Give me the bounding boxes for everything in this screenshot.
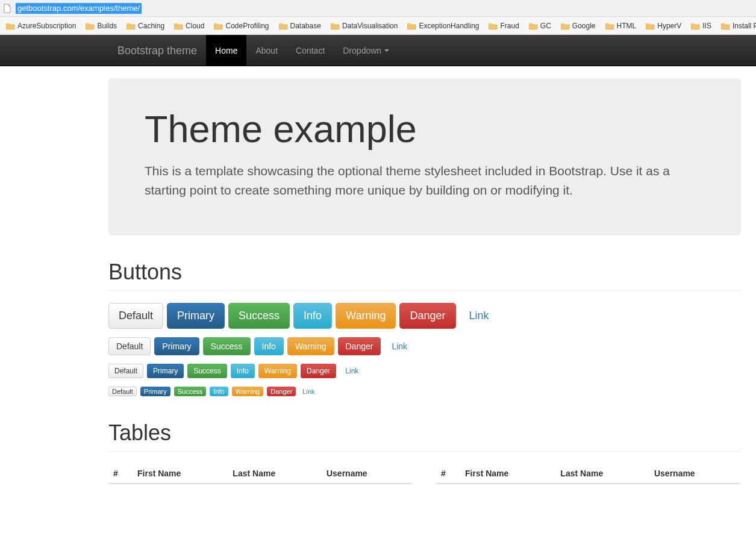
tables-heading: Tables — [108, 420, 741, 446]
bookmark-caching[interactable]: Caching — [123, 20, 168, 32]
bookmark-database[interactable]: Database — [275, 20, 325, 32]
bookmark-label: ExceptionHandling — [419, 22, 479, 30]
link-button-md[interactable]: Link — [384, 338, 414, 355]
bookmark-label: Fraud — [500, 22, 519, 30]
primary-button-sm[interactable]: Primary — [147, 364, 184, 378]
info-button-lg[interactable]: Info — [293, 303, 332, 329]
nav-dropdown[interactable]: Dropdown — [334, 35, 398, 66]
success-button-lg[interactable]: Success — [228, 303, 290, 329]
warning-button-xs[interactable]: Warning — [232, 387, 264, 396]
jumbotron-lead: This is a template showcasing the option… — [145, 161, 705, 199]
buttons-heading: Buttons — [108, 260, 741, 285]
bookmark-fraud[interactable]: Fraud — [485, 20, 522, 32]
button-row-xs: DefaultPrimarySuccessInfoWarningDangerLi… — [108, 387, 741, 396]
folder-icon — [489, 22, 498, 30]
th-first-name: First Name — [133, 464, 228, 484]
jumbotron-title: Theme example — [145, 107, 705, 151]
info-button-sm[interactable]: Info — [231, 364, 255, 378]
danger-button-lg[interactable]: Danger — [399, 303, 455, 329]
folder-icon — [86, 22, 95, 30]
bookmark-label: AzureSubscription — [17, 22, 76, 30]
th-username: Username — [649, 464, 740, 484]
bookmark-datavisualisation[interactable]: DataVisualisation — [327, 20, 402, 32]
folder-icon — [561, 22, 570, 30]
bookmark-label: Database — [290, 22, 321, 30]
warning-button-sm[interactable]: Warning — [258, 364, 297, 378]
danger-button-xs[interactable]: Danger — [267, 387, 296, 396]
folder-icon — [214, 22, 223, 30]
warning-button-lg[interactable]: Warning — [336, 303, 396, 329]
bookmark-codeprofiling[interactable]: CodeProfiling — [210, 20, 272, 32]
info-button-xs[interactable]: Info — [210, 387, 228, 396]
url-text[interactable]: getbootstrap.com/examples/theme/ — [16, 3, 142, 14]
button-row-lg: DefaultPrimarySuccessInfoWarningDangerLi… — [108, 303, 741, 329]
info-button-md[interactable]: Info — [254, 337, 284, 355]
th-last-name: Last Name — [555, 464, 649, 484]
default-button-lg[interactable]: Default — [108, 303, 163, 329]
nav-label: Contact — [296, 45, 325, 57]
link-button-xs[interactable]: Link — [299, 387, 317, 396]
folder-icon — [127, 22, 136, 30]
folder-icon — [721, 22, 730, 30]
bookmark-label: Install Problems — [733, 22, 756, 30]
danger-button-md[interactable]: Danger — [338, 337, 381, 355]
folder-icon — [6, 22, 15, 30]
bookmark-iis[interactable]: IIS — [687, 20, 715, 32]
success-button-sm[interactable]: Success — [187, 364, 226, 378]
default-button-md[interactable]: Default — [108, 337, 151, 355]
link-button-lg[interactable]: Link — [460, 304, 499, 328]
bookmark-label: Google — [572, 22, 596, 30]
button-row-sm: DefaultPrimarySuccessInfoWarningDangerLi… — [108, 364, 741, 378]
bookmark-builds[interactable]: Builds — [82, 20, 120, 32]
buttons-section-header: Buttons — [108, 260, 741, 291]
primary-button-md[interactable]: Primary — [154, 337, 199, 355]
success-button-xs[interactable]: Success — [174, 387, 207, 396]
default-button-sm[interactable]: Default — [108, 364, 143, 378]
browser-address-bar: getbootstrap.com/examples/theme/ — [0, 0, 756, 17]
table-left: # First Name Last Name Username — [108, 464, 412, 484]
bookmark-gc[interactable]: GC — [525, 20, 555, 32]
default-button-xs[interactable]: Default — [108, 387, 137, 396]
nav-home[interactable]: Home — [206, 35, 246, 66]
th-hash: # — [436, 464, 460, 484]
primary-button-lg[interactable]: Primary — [167, 303, 225, 329]
bookmark-install-problems[interactable]: Install Problems — [717, 20, 756, 32]
bookmark-html[interactable]: HTML — [602, 20, 640, 32]
primary-button-xs[interactable]: Primary — [140, 387, 170, 396]
danger-button-sm[interactable]: Danger — [301, 364, 336, 378]
th-hash: # — [108, 464, 133, 484]
bookmark-label: HyperV — [657, 22, 681, 30]
bookmarks-bar: AzureSubscriptionBuildsCachingCloudCodeP… — [0, 17, 756, 35]
nav-label: Dropdown — [343, 45, 381, 57]
bookmark-label: DataVisualisation — [342, 22, 398, 30]
folder-icon — [646, 22, 655, 30]
warning-button-md[interactable]: Warning — [287, 337, 334, 355]
main-container: Theme example This is a template showcas… — [108, 66, 741, 484]
folder-icon — [331, 22, 340, 30]
link-button-sm[interactable]: Link — [340, 364, 364, 378]
bookmark-label: GC — [540, 22, 551, 30]
bookmark-azuresubscription[interactable]: AzureSubscription — [2, 20, 80, 32]
folder-icon — [529, 22, 538, 30]
folder-icon — [279, 22, 288, 30]
tables-section-header: Tables — [108, 420, 741, 452]
bookmark-label: HTML — [617, 22, 637, 30]
bookmark-cloud[interactable]: Cloud — [170, 20, 208, 32]
success-button-md[interactable]: Success — [203, 337, 251, 355]
nav-label: Home — [215, 45, 237, 57]
nav-contact[interactable]: Contact — [287, 35, 334, 66]
page-icon — [2, 4, 12, 13]
bookmark-google[interactable]: Google — [557, 20, 599, 32]
navbar-brand[interactable]: Bootstrap theme — [108, 35, 206, 66]
button-row-md: DefaultPrimarySuccessInfoWarningDangerLi… — [108, 337, 741, 355]
th-last-name: Last Name — [228, 464, 322, 484]
table-right: # First Name Last Name Username — [436, 464, 740, 484]
bookmark-label: CodeProfiling — [225, 22, 269, 30]
bookmark-exceptionhandling[interactable]: ExceptionHandling — [404, 20, 483, 32]
folder-icon — [605, 22, 614, 30]
bookmark-label: Builds — [97, 22, 117, 30]
bookmark-label: Cloud — [186, 22, 204, 30]
bookmark-label: IIS — [702, 22, 711, 30]
nav-about[interactable]: About — [246, 35, 287, 66]
bookmark-hyperv[interactable]: HyperV — [642, 20, 685, 32]
